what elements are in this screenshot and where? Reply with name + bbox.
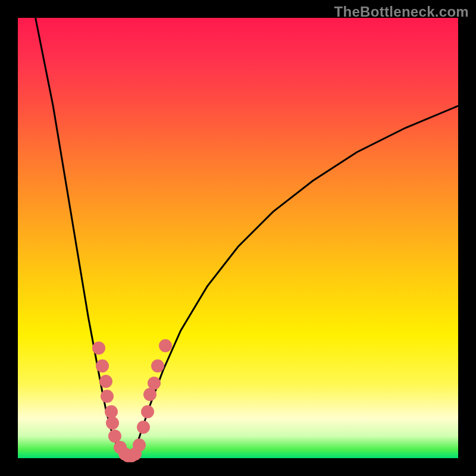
scatter-dot	[106, 416, 119, 430]
left-curve-path	[36, 18, 128, 458]
scatter-dot	[99, 375, 112, 388]
chart-frame: TheBottleneck.com	[0, 0, 476, 476]
right-curve-path	[128, 106, 458, 458]
scatter-dot	[143, 388, 156, 401]
watermark-text: TheBottleneck.com	[334, 4, 469, 20]
scatter-dot	[133, 439, 146, 452]
scatter-dot	[137, 421, 150, 434]
scatter-dot	[92, 342, 105, 355]
scatter-dot	[96, 359, 109, 372]
scatter-dot	[151, 359, 164, 372]
curve-layer	[18, 18, 458, 458]
plot-area	[18, 18, 458, 458]
